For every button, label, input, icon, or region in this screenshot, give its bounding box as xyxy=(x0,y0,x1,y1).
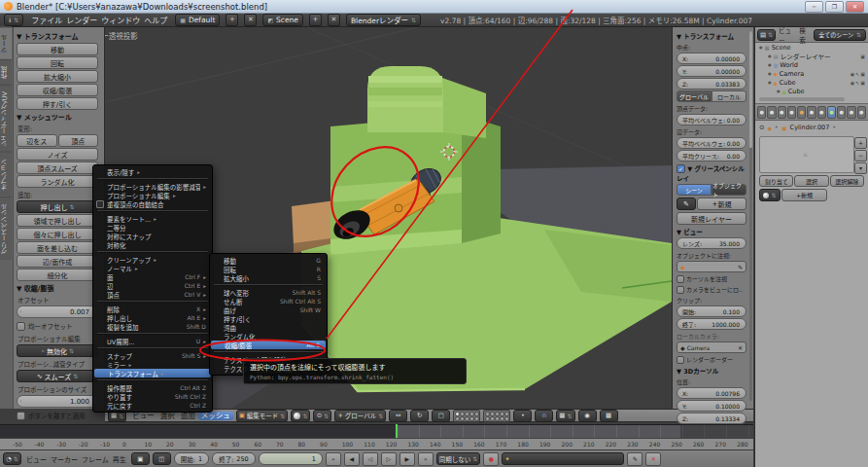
tool-button[interactable]: 回転 xyxy=(17,56,98,69)
render-engine-selector[interactable]: Blenderレンダー⇅ xyxy=(346,14,421,26)
edge-crease-field[interactable]: 平均クリース:0.00 xyxy=(677,150,746,162)
clip-start-field[interactable]: 開始:0.100 xyxy=(677,305,746,317)
menu-item[interactable]: トランスフォーム ▸ xyxy=(94,369,211,377)
tab-modifiers-icon[interactable]: ● xyxy=(817,106,826,119)
scrollbar[interactable] xyxy=(759,97,845,101)
timeline-menu[interactable]: 再生 xyxy=(111,456,128,464)
scene-selector[interactable]: ◩Scene xyxy=(262,14,303,26)
menu-item[interactable]: UV展開... U ▸ xyxy=(93,337,212,345)
menu-item[interactable]: 頂点 Ctrl V ▸ xyxy=(93,290,212,299)
tool-shelf-tab[interactable]: グリースペンシル xyxy=(0,197,12,260)
panel-header-transform[interactable]: ▼ トランスフォーム xyxy=(677,31,746,41)
panel-header-view[interactable]: ▼ ビュー xyxy=(677,227,746,236)
expander-icon[interactable]: ● xyxy=(768,80,772,85)
menubar-item[interactable]: ウィンドウ xyxy=(99,17,142,25)
lock-camera-checkbox[interactable]: カメラをビューにロ.. xyxy=(677,285,746,294)
viewport-menu[interactable]: ビュー xyxy=(129,412,157,420)
tool-shelf-tab[interactable]: 作成 xyxy=(0,59,12,85)
apply-on-release-checkbox[interactable]: ボタンを離すと適用 xyxy=(17,411,98,420)
tab-data-icon[interactable]: ● xyxy=(827,106,836,119)
tab-constraints-icon[interactable]: ● xyxy=(807,106,816,119)
outliner-search-menu[interactable]: 検索 xyxy=(799,25,811,45)
local-camera-field[interactable]: ◆Camera✕ xyxy=(677,341,746,353)
menubar-item[interactable]: レンダー xyxy=(64,17,99,25)
jump-end-button[interactable]: » xyxy=(418,452,434,466)
jump-start-button[interactable]: « xyxy=(326,452,341,466)
outliner-row[interactable]: ● ◆ Camera ◉ ↖ ▣ xyxy=(755,69,868,78)
scrollbar[interactable] xyxy=(749,31,752,401)
insert-keyframe-button[interactable]: ✎ xyxy=(627,452,642,466)
panel-header-transform[interactable]: ▼ トランスフォーム xyxy=(17,31,98,41)
add-item-button[interactable]: + xyxy=(854,137,867,149)
grease-pen-dropdown[interactable]: ✎ xyxy=(677,198,696,210)
tab-scene-icon[interactable]: ● xyxy=(778,106,786,119)
extrude-menu-button[interactable]: 押し出し⇅ xyxy=(17,200,98,213)
vertex-bevel-field[interactable]: 平均ベベルウェ:0.00 xyxy=(677,114,746,126)
preview-range-button[interactable]: ▣ xyxy=(131,452,150,465)
menu-item[interactable]: 複製を追加 Shift D xyxy=(93,322,212,331)
minimize-button[interactable]: ─ xyxy=(805,1,823,13)
specials-menu-button[interactable]: ▾ xyxy=(854,162,867,174)
expander-icon[interactable]: ● xyxy=(768,54,772,58)
expander-icon[interactable]: ● xyxy=(768,62,772,67)
tool-button[interactable]: 個々に押し出し xyxy=(17,228,98,240)
vert-slide-button[interactable]: 頂点 xyxy=(58,134,99,147)
edge-slide-button[interactable]: 辺をス xyxy=(17,134,57,147)
lens-field[interactable]: レンズ:35.000 xyxy=(677,237,746,249)
tool-button[interactable]: 頂点スムーズ xyxy=(17,162,98,174)
menu-item[interactable]: 対称化 xyxy=(93,240,212,249)
new-button[interactable]: +新規 xyxy=(781,189,827,201)
tool-shelf-tab[interactable]: オプション xyxy=(0,152,12,197)
timeline-track[interactable] xyxy=(0,424,753,439)
material-icon-dropdown[interactable]: ⇅ xyxy=(759,189,781,201)
render-toggle-icon[interactable]: ▣ xyxy=(860,54,865,59)
render-opengl-anim-button[interactable]: ▦ xyxy=(600,410,618,422)
select-button[interactable]: 選択 xyxy=(794,175,828,187)
snap-magnet-button[interactable]: ∩ xyxy=(535,410,553,422)
timeline-menu[interactable]: フレーム xyxy=(80,456,111,464)
tool-button[interactable]: 収縮/膨張 xyxy=(17,84,98,96)
current-frame-field[interactable]: 1 xyxy=(259,452,323,465)
tool-shelf-tab[interactable]: シェーディング/UV xyxy=(0,85,12,153)
maximize-button[interactable]: ❐ xyxy=(825,1,844,13)
layers-widget-1[interactable] xyxy=(453,410,480,422)
menu-item[interactable]: 重複頂点の自動結合 xyxy=(93,199,212,208)
lock-object-field[interactable]: ◆✎ xyxy=(677,261,746,272)
tool-button[interactable]: ランダム化 xyxy=(17,175,98,188)
grease-scene-toggle[interactable]: シーン xyxy=(677,184,712,196)
proportional-size-slider[interactable]: 1.000 xyxy=(17,395,98,408)
offset-slider[interactable]: 0.007 xyxy=(17,305,98,318)
render-border-checkbox[interactable]: レンダーボーダー xyxy=(677,355,746,364)
grease-new-button[interactable]: +新規 xyxy=(697,198,746,210)
cursor-x-field[interactable]: X:0.00796 xyxy=(677,387,746,399)
editor-type-selector[interactable]: ▤⇅ xyxy=(757,29,776,41)
remove-item-button[interactable]: − xyxy=(854,150,867,162)
menu-item[interactable]: 収縮/膨張 Alt S xyxy=(211,341,326,349)
render-toggle-icon[interactable]: ▣ xyxy=(860,71,865,77)
expander-icon[interactable]: ● xyxy=(768,71,772,76)
uniform-offset-checkbox[interactable]: 均一オフセット xyxy=(17,321,98,331)
render-opengl-button[interactable]: ◉ xyxy=(578,410,597,422)
delete-layout-button[interactable]: ✕ xyxy=(244,14,257,26)
lock-icon[interactable]: • xyxy=(513,410,532,422)
tool-button[interactable]: 辺/面作成 xyxy=(17,255,98,268)
cursor-z-field[interactable]: Z:0.13334 xyxy=(677,413,746,424)
eye-icon[interactable]: ◉ xyxy=(851,80,854,86)
clear-icon[interactable]: ✕ xyxy=(738,344,743,351)
shading-selector[interactable]: ⇅ xyxy=(291,410,310,422)
delete-keyframe-button[interactable]: ✕ xyxy=(645,452,661,466)
screen-layout-selector[interactable]: ▦Default xyxy=(175,14,220,26)
timeline-menu[interactable]: マーカー xyxy=(49,456,80,464)
menubar-item[interactable]: ファイル xyxy=(29,17,64,25)
frame-lock-button[interactable]: ◫ xyxy=(153,452,171,465)
prev-keyframe-button[interactable]: ◀ xyxy=(344,452,360,466)
tab-render-layers-icon[interactable]: ● xyxy=(767,106,776,119)
pivot-selector[interactable]: ⊙⇅ xyxy=(313,410,331,422)
render-toggle-icon[interactable]: ▣ xyxy=(860,80,865,86)
deselect-button[interactable]: 選択解除 xyxy=(830,175,864,187)
viewport-menu[interactable]: 追加 xyxy=(178,412,198,420)
tool-button[interactable]: 細分化 xyxy=(17,269,98,281)
pin-icon[interactable]: ⊙ xyxy=(759,124,764,131)
outliner-display-mode[interactable]: 全てのシーン⇅ xyxy=(814,29,866,41)
vertex-group-list[interactable]: ≡ + − ▾ xyxy=(759,136,854,173)
